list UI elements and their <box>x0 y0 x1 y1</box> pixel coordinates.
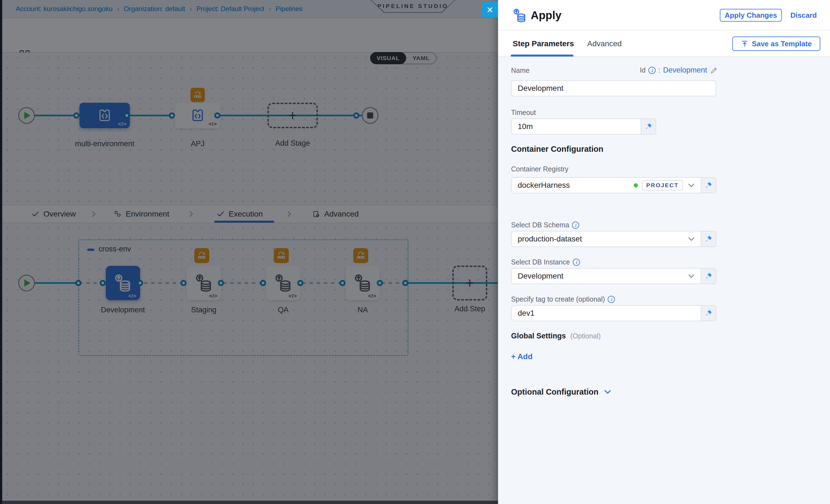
tag-field <box>511 305 716 321</box>
save-as-template-label: Save as Template <box>752 40 812 48</box>
db-instance-value: Development <box>518 272 683 281</box>
tag-label: Specify tag to create (optional) i <box>511 295 615 303</box>
chevron-down-icon[interactable] <box>687 272 696 281</box>
pin-icon <box>704 181 713 189</box>
apply-changes-button[interactable]: Apply Changes <box>720 9 782 22</box>
apply-step-icon <box>512 8 528 23</box>
add-global-setting-link[interactable]: + Add <box>511 352 533 361</box>
name-field <box>511 80 716 96</box>
optional-configuration-label: Optional Configuration <box>511 387 599 397</box>
discard-button[interactable]: Discard <box>790 0 817 30</box>
active-tab-underline <box>511 55 573 57</box>
info-icon[interactable]: i <box>573 259 580 266</box>
pin-icon <box>704 272 713 280</box>
tab-step-parameters[interactable]: Step Parameters <box>513 30 574 57</box>
db-schema-select[interactable]: production-dataset <box>511 231 716 247</box>
runtime-input-pin-button[interactable] <box>701 269 716 284</box>
db-instance-label-text: Select DB Instance <box>511 258 570 266</box>
chevron-down-icon <box>603 387 612 397</box>
pin-icon <box>704 235 713 243</box>
runtime-input-pin-button[interactable] <box>701 306 716 321</box>
tag-input[interactable] <box>518 309 696 318</box>
runtime-input-pin-button[interactable] <box>701 231 716 247</box>
db-instance-select[interactable]: Development <box>511 268 716 284</box>
timeout-input[interactable] <box>518 122 636 131</box>
id-label: Id <box>640 66 646 74</box>
db-schema-label-text: Select DB Schema <box>511 221 569 229</box>
tag-label-text: Specify tag to create (optional) <box>511 295 605 303</box>
global-settings-label: Global Settings <box>511 332 566 340</box>
upload-icon <box>741 40 748 48</box>
db-schema-value: production-dataset <box>518 234 683 244</box>
save-as-template-button[interactable]: Save as Template <box>732 37 820 51</box>
name-label: Name <box>511 66 530 74</box>
container-registry-value[interactable]: dockerHarness <box>518 181 630 190</box>
info-icon[interactable]: i <box>608 296 615 303</box>
step-id-value[interactable]: Development <box>663 66 707 74</box>
connector-status-dot <box>634 183 638 187</box>
info-icon[interactable]: i <box>648 67 656 74</box>
runtime-input-pin-button[interactable] <box>641 119 656 134</box>
apply-changes-label: Apply Changes <box>725 11 777 20</box>
drawer-title: Apply <box>531 0 562 30</box>
global-settings-row: Global Settings (Optional) <box>511 332 601 340</box>
name-input[interactable] <box>518 84 711 93</box>
id-separator: : <box>658 66 660 74</box>
chevron-down-icon[interactable] <box>687 181 696 190</box>
chevron-down-icon[interactable] <box>687 234 696 244</box>
pipeline-studio-page: Account: kurosakiichigo.songoku › Organi… <box>0 0 830 504</box>
edit-id-icon[interactable] <box>710 66 718 74</box>
close-icon: × <box>487 4 493 16</box>
info-icon[interactable]: i <box>572 222 579 229</box>
db-schema-label: Select DB Schema i <box>511 221 579 229</box>
container-configuration-heading: Container Configuration <box>511 145 603 154</box>
close-drawer-button[interactable]: × <box>482 2 498 18</box>
step-id-row: Id i : Development <box>640 66 718 74</box>
drawer-backdrop-overlay[interactable] <box>0 0 498 504</box>
tab-advanced-drawer[interactable]: Advanced <box>587 30 622 57</box>
db-instance-label: Select DB Instance i <box>511 258 580 266</box>
container-registry-field: dockerHarness PROJECT <box>511 177 716 193</box>
scope-badge: PROJECT <box>642 180 683 191</box>
container-registry-label: Container Registry <box>511 165 568 173</box>
pin-icon <box>644 122 652 131</box>
timeout-field <box>511 119 656 134</box>
runtime-input-pin-button[interactable] <box>701 178 716 193</box>
pipeline-canvas-region: Account: kurosakiichigo.songoku › Organi… <box>0 0 498 504</box>
global-settings-optional: (Optional) <box>570 332 601 340</box>
drawer-header: Apply Apply Changes Discard <box>498 0 830 30</box>
timeout-label: Timeout <box>511 108 536 117</box>
pin-icon <box>704 309 713 317</box>
optional-configuration-row[interactable]: Optional Configuration <box>511 387 612 397</box>
drawer-tab-bar: Step Parameters Advanced Save as Templat… <box>498 30 830 57</box>
step-config-drawer: × Apply Apply Changes Discard Step Param… <box>498 0 830 504</box>
